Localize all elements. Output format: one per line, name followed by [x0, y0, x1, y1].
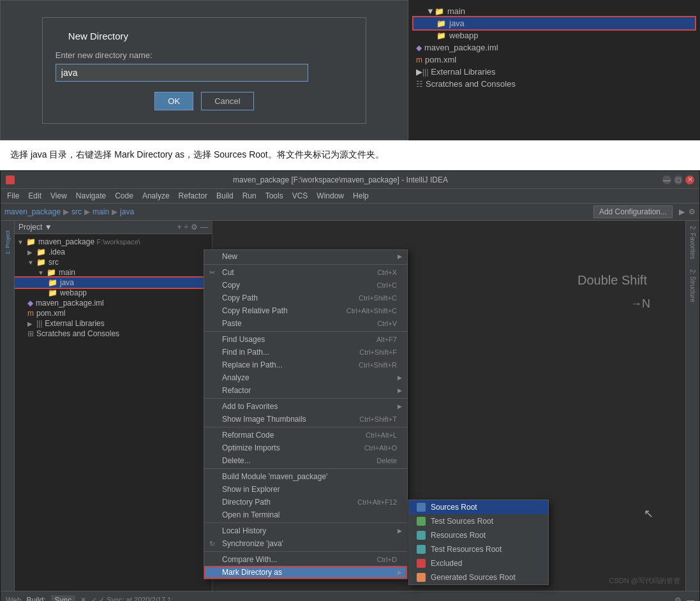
collapse-icon-bottom[interactable]: — [687, 596, 694, 602]
menu-vcs[interactable]: VCS [288, 190, 312, 202]
cm-paste[interactable]: PasteCtrl+V [204, 317, 407, 330]
cm-cut[interactable]: ✂ CutCtrl+X [204, 266, 407, 279]
cm-optimize-imports[interactable]: Optimize ImportsCtrl+Alt+O [204, 441, 407, 454]
tree-java-highlighted[interactable]: 📁 java [15, 278, 212, 288]
tree-item-pom[interactable]: m pom.xml [413, 54, 695, 66]
tree-item-java-selected[interactable]: 📁 java [413, 17, 695, 29]
maximize-button[interactable]: □ [674, 175, 683, 184]
breadcrumb-java[interactable]: java [120, 207, 134, 216]
cm-add-favorites[interactable]: Add to Favorites [204, 400, 407, 413]
webapp-folder-icon: 📁 [48, 288, 57, 297]
tree-item-ext-libs[interactable]: ▶ ||| External Libraries [413, 66, 695, 78]
cm-image-thumbnails[interactable]: Show Image ThumbnailsCtrl+Shift+T [204, 413, 407, 426]
cm-find-in-path[interactable]: Find in Path...Ctrl+Shift+F [204, 346, 407, 359]
menu-navigate[interactable]: Navigate [72, 190, 110, 202]
main-folder-icon: 📁 [47, 268, 56, 277]
bottom-bar: Web Build: Sync ✕ ✓ ✓ Sync: at 2020/2/17… [1, 591, 699, 601]
cm-copy-path[interactable]: Copy PathCtrl+Shift+C [204, 292, 407, 304]
tree-ext-libs[interactable]: ▶ ||| External Libraries [15, 318, 212, 329]
cm-copy-relative-path[interactable]: Copy Relative PathCtrl+Alt+Shift+C [204, 304, 407, 317]
tree-pom-file[interactable]: m pom.xml [15, 308, 212, 318]
sidebar-tab-structure[interactable]: 2: Structure [688, 264, 697, 308]
menu-build[interactable]: Build [212, 190, 237, 202]
minimize-button[interactable]: — [662, 175, 671, 184]
tree-item-webapp[interactable]: 📁 webapp [413, 29, 695, 41]
cm-analyze[interactable]: Analyze [204, 371, 407, 384]
cm-copy[interactable]: CopyCtrl+C [204, 279, 407, 292]
cursor-indicator: ↖ [644, 507, 653, 521]
iml-file-icon: ◆ [27, 299, 33, 308]
tree-item-iml[interactable]: ◆ maven_package.iml [413, 41, 695, 54]
panel-icon-collapse[interactable]: ÷ [184, 223, 188, 232]
toolbar: maven_package ▶ src ▶ main ▶ java Add Co… [1, 204, 699, 221]
bottom-bar-left: Web [6, 596, 21, 602]
sync-tab[interactable]: Sync [51, 595, 76, 602]
cm-mark-directory-as[interactable]: Mark Directory as Sources Root Test Sour… [204, 566, 407, 579]
sm-sources-root[interactable]: Sources Root [409, 500, 548, 514]
panel-icon-settings[interactable]: ⚙ [191, 223, 198, 232]
panel-icon-add[interactable]: + [177, 223, 181, 232]
menu-run[interactable]: Run [239, 190, 260, 202]
cm-synchronize[interactable]: ↻ Synchronize 'java' [204, 537, 407, 550]
breadcrumb-src[interactable]: src [71, 207, 82, 216]
tree-item-scratches[interactable]: ☷ Scratches and Consoles [413, 78, 695, 90]
settings-icon-bottom[interactable]: ⚙ [674, 596, 681, 602]
new-directory-dialog: New Directory Enter new directory name: … [0, 0, 408, 140]
project-tree: ▼ 📁 maven_package F:\workspace\ ▶ 📁 .ide… [15, 234, 212, 591]
menu-edit[interactable]: Edit [24, 190, 45, 202]
add-configuration-button[interactable]: Add Configuration... [593, 205, 673, 218]
build-label: Build: [26, 596, 45, 602]
cm-compare-with[interactable]: Compare With...Ctrl+D [204, 553, 407, 566]
tree-scratches[interactable]: ⊞ Scratches and Consoles [15, 329, 212, 339]
cm-delete[interactable]: Delete...Delete [204, 454, 407, 467]
tree-item-main[interactable]: ▼ 📁 main [413, 5, 695, 17]
cut-icon: ✂ [209, 269, 215, 277]
cm-directory-path[interactable]: Directory PathCtrl+Alt+F12 [204, 496, 407, 508]
cm-refactor[interactable]: Refactor [204, 384, 407, 397]
toolbar-run-icon: ▶ [679, 207, 685, 216]
main-content: 1: Project Project ▼ + ÷ ⚙ — ▼ 📁 maven_p… [1, 221, 699, 591]
cm-find-usages[interactable]: Find UsagesAlt+F7 [204, 333, 407, 346]
panel-title: Project ▼ [19, 223, 173, 232]
cm-open-terminal[interactable]: Open in Terminal [204, 508, 407, 521]
sidebar-tab-project[interactable]: 1: Project [1, 223, 14, 262]
menu-analyze[interactable]: Analyze [138, 190, 174, 202]
tree-src[interactable]: ▼ 📁 src [15, 257, 212, 267]
tree-main[interactable]: ▼ 📁 main [15, 267, 212, 278]
menu-view[interactable]: View [47, 190, 71, 202]
menu-file[interactable]: File [3, 190, 23, 202]
breadcrumb-main[interactable]: main [93, 207, 109, 216]
tree-root[interactable]: ▼ 📁 maven_package F:\workspace\ [15, 237, 212, 247]
menu-code[interactable]: Code [111, 190, 137, 202]
cm-replace-in-path[interactable]: Replace in Path...Ctrl+Shift+R [204, 359, 407, 371]
cm-build-module[interactable]: Build Module 'maven_package' [204, 470, 407, 483]
menu-refactor[interactable]: Refactor [175, 190, 211, 202]
menu-help[interactable]: Help [349, 190, 373, 202]
tree-iml-file[interactable]: ◆ maven_package.iml [15, 298, 212, 308]
sm-excluded[interactable]: Excluded [409, 556, 548, 570]
sm-test-sources-root[interactable]: Test Sources Root [409, 514, 548, 528]
cm-new[interactable]: New [204, 250, 407, 263]
close-button[interactable]: ✕ [685, 175, 694, 184]
cancel-button[interactable]: Cancel [201, 92, 253, 110]
pom-file-icon: m [27, 309, 34, 318]
sm-generated-sources-root[interactable]: Generated Sources Root [409, 570, 548, 584]
cm-show-explorer[interactable]: Show in Explorer [204, 483, 407, 496]
tree-webapp[interactable]: 📁 webapp [15, 288, 212, 298]
panel-icon-close[interactable]: — [200, 223, 208, 232]
cm-reformat[interactable]: Reformat CodeCtrl+Alt+L [204, 429, 407, 441]
cm-sep-4 [204, 427, 407, 427]
tree-idea[interactable]: ▶ 📁 .idea [15, 247, 212, 257]
sidebar-left-panel-toggle[interactable]: Web [6, 596, 21, 602]
sm-resources-root[interactable]: Resources Root [409, 528, 548, 542]
ok-button[interactable]: OK [154, 92, 193, 110]
menu-tools[interactable]: Tools [262, 190, 287, 202]
menu-window[interactable]: Window [313, 190, 348, 202]
close-tab-icon[interactable]: ✕ [80, 596, 86, 601]
directory-name-input[interactable] [56, 64, 308, 82]
left-sidebar-tabs: 1: Project [1, 221, 15, 591]
breadcrumb-maven[interactable]: maven_package [4, 207, 61, 216]
sm-test-resources-root[interactable]: Test Resources Root [409, 542, 548, 556]
cm-local-history[interactable]: Local History [204, 524, 407, 537]
sidebar-tab-favorites[interactable]: 2: Favorites [688, 221, 697, 264]
